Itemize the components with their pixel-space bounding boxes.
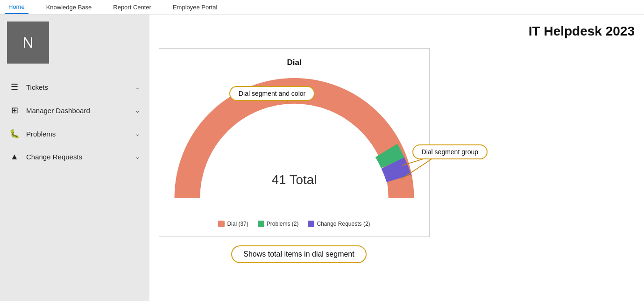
bottom-tooltip-wrapper: Shows total items in dial segment xyxy=(159,245,439,263)
top-navigation: Home Knowledge Base Report Center Employ… xyxy=(0,0,644,14)
chart-container: Dial 41 Total xyxy=(159,48,430,237)
legend-problems: Problems (2) xyxy=(258,221,299,227)
legend-dot-problems xyxy=(258,221,264,227)
sidebar-label-change-requests: Change Requests xyxy=(26,153,82,161)
legend-dial: Dial (37) xyxy=(218,221,248,227)
problems-icon: 🐛 xyxy=(9,129,20,139)
avatar: N xyxy=(7,22,49,64)
chevron-down-icon: ⌄ xyxy=(135,84,140,91)
sidebar-item-change-requests[interactable]: ▲ Change Requests ⌄ xyxy=(0,145,149,168)
tickets-icon: ☰ xyxy=(9,82,20,92)
nav-report-center[interactable]: Report Center xyxy=(109,0,155,14)
chevron-down-icon: ⌄ xyxy=(135,130,140,137)
sidebar-item-problems[interactable]: 🐛 Problems ⌄ xyxy=(0,122,149,145)
legend-dot-dial xyxy=(218,221,225,227)
change-requests-icon: ▲ xyxy=(9,152,20,162)
tooltip-total: Shows total items in dial segment xyxy=(231,245,366,263)
sidebar-navigation: ☰ Tickets ⌄ ⊞ Manager Dashboard ⌄ 🐛 Prob… xyxy=(0,75,149,168)
legend-change-requests: Change Requests (2) xyxy=(308,221,370,227)
dial-change-requests-segment xyxy=(393,163,399,179)
dial-problems-segment xyxy=(386,150,393,163)
nav-employee-portal[interactable]: Employee Portal xyxy=(169,0,221,14)
nav-home[interactable]: Home xyxy=(5,0,28,14)
legend-label-problems: Problems (2) xyxy=(267,221,299,227)
legend-label-dial: Dial (37) xyxy=(227,221,248,227)
sidebar-item-tickets[interactable]: ☰ Tickets ⌄ xyxy=(0,75,149,99)
dashboard-icon: ⊞ xyxy=(9,105,20,115)
dial-area: 41 Total Dial segment and color xyxy=(173,72,415,217)
legend-label-change-requests: Change Requests (2) xyxy=(317,221,370,227)
tooltip-segment-group: Dial segment group xyxy=(412,144,488,159)
content-area: IT Helpdesk 2023 Dial 4 xyxy=(149,14,644,301)
legend-dot-change-requests xyxy=(308,221,314,227)
chart-title: Dial xyxy=(173,58,415,67)
chevron-down-icon: ⌄ xyxy=(135,107,140,114)
sidebar-label-manager-dashboard: Manager Dashboard xyxy=(26,107,90,115)
sidebar-label-problems: Problems xyxy=(26,130,56,138)
sidebar: N ☰ Tickets ⌄ ⊞ Manager Dashboard ⌄ 🐛 xyxy=(0,14,149,301)
sidebar-item-manager-dashboard[interactable]: ⊞ Manager Dashboard ⌄ xyxy=(0,99,149,122)
dial-total-label: 41 Total xyxy=(271,172,317,187)
sidebar-label-tickets: Tickets xyxy=(26,83,48,91)
chart-legend: Dial (37) Problems (2) Change Requests (… xyxy=(173,221,415,227)
main-layout: N ☰ Tickets ⌄ ⊞ Manager Dashboard ⌄ 🐛 xyxy=(0,14,644,301)
tooltip-segment-color: Dial segment and color xyxy=(229,86,315,101)
chevron-down-icon: ⌄ xyxy=(135,153,140,160)
page-title: IT Helpdesk 2023 xyxy=(159,24,635,39)
nav-knowledge-base[interactable]: Knowledge Base xyxy=(42,0,96,14)
